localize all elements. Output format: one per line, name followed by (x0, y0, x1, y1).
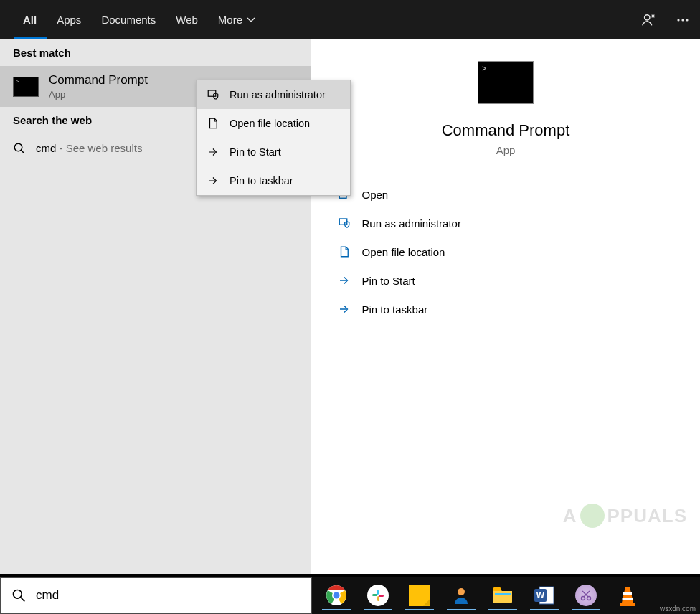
search-icon (13, 142, 26, 155)
tab-documents[interactable]: Documents (91, 0, 166, 39)
slack-icon (367, 585, 389, 606)
action-pin-taskbar[interactable]: Pin to taskbar (335, 295, 677, 323)
action-label: Run as administrator (362, 217, 461, 230)
divider (335, 174, 677, 174)
section-best-match: Best match (0, 39, 311, 66)
result-title: Command Prompt (49, 73, 148, 88)
scissors-icon (575, 585, 597, 606)
chrome-icon (326, 585, 347, 606)
word-icon: W (534, 585, 555, 605)
svg-point-9 (14, 590, 22, 599)
context-menu: Run as administrator Open file location … (196, 80, 351, 196)
web-hint: - See web results (56, 142, 142, 154)
preview-title: Command Prompt (442, 121, 570, 140)
svg-line-5 (21, 150, 24, 154)
ctx-run-admin[interactable]: Run as administrator (197, 80, 350, 109)
chevron-down-icon (247, 17, 255, 23)
shield-admin-icon (338, 217, 351, 230)
action-pin-start[interactable]: Pin to Start (335, 266, 677, 295)
sticky-notes-icon (409, 585, 430, 606)
tab-apps[interactable]: Apps (47, 0, 91, 39)
svg-rect-20 (493, 587, 501, 591)
watermark: APPUALS (563, 504, 687, 528)
taskbar-sticky-notes[interactable] (405, 582, 434, 610)
action-open-location[interactable]: Open file location (335, 237, 677, 266)
svg-rect-17 (377, 596, 379, 601)
tab-more-label: More (218, 14, 242, 26)
web-term: cmd (36, 142, 56, 154)
credit-text: wsxdn.com (660, 605, 696, 613)
svg-point-1 (677, 19, 679, 21)
action-open[interactable]: Open (335, 180, 677, 209)
taskbar-chrome[interactable] (322, 582, 351, 610)
ctx-label: Run as administrator (230, 89, 326, 100)
preview-subtitle: App (496, 144, 516, 156)
taskbar-vlc[interactable] (613, 582, 642, 610)
preview-column: Command Prompt App Open Run as administr… (311, 39, 700, 574)
action-label: Open (362, 189, 389, 201)
folder-icon (492, 586, 514, 605)
svg-point-14 (334, 592, 340, 598)
svg-point-2 (681, 19, 684, 21)
action-run-admin[interactable]: Run as administrator (335, 209, 677, 237)
person-icon (451, 585, 471, 605)
vlc-icon (618, 585, 638, 607)
svg-rect-16 (372, 594, 377, 596)
feedback-icon[interactable] (641, 12, 657, 28)
search-icon (11, 588, 26, 603)
search-input[interactable] (36, 588, 301, 603)
more-options-icon[interactable] (676, 13, 690, 27)
svg-text:W: W (536, 590, 545, 600)
ctx-pin-start[interactable]: Pin to Start (197, 138, 350, 166)
taskbar-slack[interactable] (364, 582, 392, 610)
result-subtitle: App (49, 89, 148, 100)
ctx-label: Pin to Start (230, 146, 281, 158)
svg-point-19 (458, 588, 465, 595)
cmd-thumbnail-icon (13, 77, 39, 97)
preview-thumbnail-icon (478, 61, 534, 104)
pin-icon (338, 274, 351, 287)
start-search-panel: All Apps Documents Web More Best match (0, 0, 700, 574)
svg-rect-27 (623, 592, 632, 595)
search-tabs: All Apps Documents Web More (0, 0, 700, 39)
taskbar-file-explorer[interactable] (488, 582, 517, 610)
svg-point-4 (14, 143, 22, 151)
tab-more[interactable]: More (208, 0, 265, 39)
svg-point-0 (645, 14, 650, 19)
file-location-icon (207, 117, 219, 130)
taskbar-office-people[interactable] (447, 582, 476, 610)
taskbar-snipping-tool[interactable] (572, 582, 600, 610)
preview-actions: Open Run as administrator Open file loca… (335, 180, 677, 323)
ctx-label: Pin to taskbar (230, 175, 293, 186)
action-label: Pin to taskbar (362, 303, 428, 316)
ctx-open-location[interactable]: Open file location (197, 109, 350, 138)
search-bar[interactable] (0, 577, 312, 614)
ctx-pin-taskbar[interactable]: Pin to taskbar (197, 166, 350, 195)
pin-icon (207, 146, 219, 159)
action-label: Open file location (362, 246, 445, 258)
mascot-icon (580, 504, 605, 528)
svg-rect-28 (623, 598, 633, 600)
taskbar-word[interactable]: W (530, 582, 559, 610)
pin-icon (338, 303, 351, 316)
pin-icon (207, 174, 219, 187)
svg-rect-21 (495, 593, 511, 595)
tab-all[interactable]: All (13, 0, 47, 39)
ctx-label: Open file location (230, 118, 310, 129)
tab-web[interactable]: Web (166, 0, 208, 39)
svg-rect-15 (377, 590, 379, 595)
svg-line-10 (21, 598, 25, 602)
shield-admin-icon (207, 88, 219, 101)
file-location-icon (338, 245, 351, 258)
svg-point-3 (686, 19, 688, 21)
svg-rect-29 (620, 603, 635, 606)
taskbar: W (312, 577, 700, 614)
svg-rect-18 (379, 595, 384, 597)
action-label: Pin to Start (362, 275, 415, 287)
